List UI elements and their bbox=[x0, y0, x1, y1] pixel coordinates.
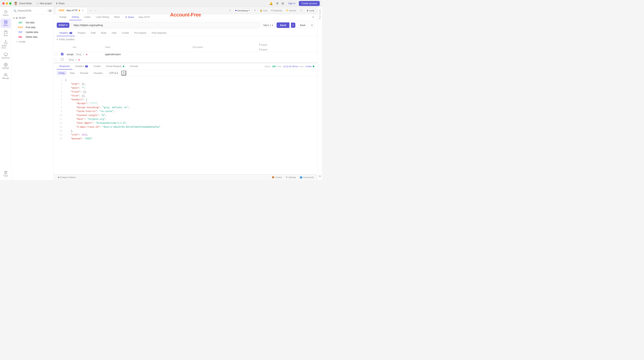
developing-label: Developing bbox=[237, 9, 248, 12]
minimize-button[interactable] bbox=[6, 2, 8, 4]
response-tab-console[interactable]: Console bbox=[127, 63, 141, 69]
copy-button[interactable]: ⧉ bbox=[121, 71, 126, 75]
cookie-bottom-button[interactable]: 🍪 Cookie bbox=[271, 175, 283, 179]
url-input[interactable] bbox=[71, 22, 260, 28]
tab-name-label: New HTTP bbox=[137, 14, 152, 20]
params-tab-post-response[interactable]: Post-response bbox=[149, 30, 169, 36]
params-tab-auth[interactable]: Auth bbox=[109, 30, 119, 36]
format-tab-pretty[interactable]: Pretty bbox=[57, 71, 66, 75]
response-tab-actual-request[interactable]: Actual Request bbox=[103, 63, 127, 69]
sub-tab-share[interactable]: ⬆ Share bbox=[122, 14, 137, 20]
drag-handle-2[interactable]: ⠿ bbox=[55, 58, 57, 61]
collapse-sidebar-button[interactable]: ◀ Collapse Sidebar bbox=[56, 175, 78, 179]
save-button[interactable]: Save bbox=[297, 22, 308, 28]
sidebar-item-history[interactable]: History bbox=[0, 8, 11, 18]
encoding-select[interactable]: UTF-8 ▾ bbox=[108, 71, 120, 75]
drag-handle-1[interactable]: ⠿ bbox=[55, 53, 57, 56]
params-tab-headers[interactable]: Headers 1 bbox=[57, 30, 75, 36]
community-bottom-button[interactable]: 👥 Community bbox=[298, 175, 315, 179]
api-item-del[interactable]: DEL Delete data bbox=[12, 35, 53, 39]
group-chevron-icon: ▾ bbox=[14, 17, 14, 19]
type-badge-2[interactable]: String bbox=[68, 58, 75, 61]
sub-tab-design[interactable]: Design bbox=[57, 14, 69, 20]
community-label: Community bbox=[303, 176, 314, 178]
add-tab-button[interactable]: + bbox=[89, 8, 92, 13]
import-button[interactable]: ⬇ Import bbox=[259, 43, 314, 46]
sidebar-item-trash[interactable]: Trash bbox=[0, 169, 11, 178]
grid-icon[interactable]: ⊞ bbox=[281, 1, 285, 6]
chevron-type-2[interactable]: ▾ bbox=[76, 59, 77, 61]
sidebar-item-tests[interactable]: Tests bbox=[0, 29, 11, 38]
method-select-button[interactable]: POST ▾ bbox=[57, 22, 70, 28]
export-button[interactable]: ⬆ Export bbox=[259, 48, 314, 51]
new-project-button[interactable]: ＋ New project bbox=[36, 1, 53, 5]
params-tab-path[interactable]: Path bbox=[88, 30, 98, 36]
filter-icon[interactable]: ⚙ bbox=[312, 16, 314, 18]
params-tab-pre-request[interactable]: Pre-request bbox=[132, 30, 149, 36]
tab-new-http[interactable]: POST New HTTP × bbox=[55, 7, 88, 14]
sidebar-item-schemas[interactable]: Schemas bbox=[0, 51, 11, 60]
save-dropdown-button[interactable]: ▾ bbox=[310, 22, 314, 28]
json-line-7: 7 "Accept": "*/*", bbox=[57, 102, 314, 105]
format-tabs: Pretty Raw Preview Visualize UTF-8 ▾ bbox=[54, 69, 318, 77]
share-button[interactable]: ⬆ Share bbox=[55, 2, 66, 5]
export-right-button[interactable]: ⬆ bbox=[253, 8, 257, 12]
section-toggle[interactable]: ▾ Public (header) bbox=[57, 37, 314, 41]
duplicate-button[interactable]: ⧉ Duplicate bbox=[270, 8, 283, 12]
tab-close-button[interactable]: × bbox=[81, 8, 84, 13]
api-item-put[interactable]: PUT Update data bbox=[12, 30, 53, 34]
type-badge-1[interactable]: String bbox=[75, 53, 82, 56]
sidebar-item-manage[interactable]: Manage bbox=[0, 71, 11, 81]
sidebar-item-share-docs[interactable]: Share Docs bbox=[0, 39, 11, 50]
api-item-post-label: Post data bbox=[26, 26, 36, 29]
sub-tab-load-testing[interactable]: Load Testing bbox=[93, 14, 112, 20]
params-tab-cookie[interactable]: Cookie bbox=[119, 30, 132, 36]
protocol-select[interactable]: http/1.1 ▾ bbox=[261, 22, 275, 28]
more-tabs-button[interactable]: ⋯ bbox=[93, 8, 98, 13]
api-item-post[interactable]: POST Post data bbox=[12, 25, 53, 30]
format-tab-visualize[interactable]: Visualize bbox=[92, 71, 105, 75]
sub-tab-cases[interactable]: Cases bbox=[82, 14, 93, 20]
response-tab-headers[interactable]: Headers 7 bbox=[72, 63, 91, 69]
api-list: ▾ ⊞ All API GET Get data POST Post data … bbox=[12, 15, 54, 180]
response-tab-cookie[interactable]: Cookie bbox=[91, 63, 103, 69]
params-tab-body[interactable]: Body bbox=[98, 30, 109, 36]
send-dropdown-button[interactable]: ▾ bbox=[291, 22, 295, 28]
api-group-header[interactable]: ▾ ⊞ All API bbox=[12, 16, 54, 20]
test-results-tab[interactable]: Test results bbox=[318, 7, 322, 21]
create-account-button[interactable]: Create account bbox=[299, 1, 320, 6]
lock-button[interactable]: 🔒 Lock bbox=[258, 8, 268, 12]
sidebar-item-settings[interactable]: Settings bbox=[0, 61, 11, 71]
all-filter-badge[interactable]: All bbox=[48, 9, 52, 12]
notification-icon[interactable]: 🔔 bbox=[268, 1, 274, 6]
local-badge[interactable]: 🖥 Local bbox=[304, 9, 316, 12]
titlebar-right: 🔔 ⚙ ⊞ Sign in Create account bbox=[268, 1, 320, 6]
response-tab-response[interactable]: Response bbox=[57, 63, 72, 69]
sidebar-item-apis[interactable]: APIs bbox=[0, 18, 11, 28]
api-item-get[interactable]: GET Get data bbox=[12, 20, 53, 25]
bell-icon[interactable]: ⚙ bbox=[275, 1, 279, 6]
table-icon[interactable]: ⊞ bbox=[318, 173, 322, 179]
chevron-type-1[interactable]: ▾ bbox=[83, 53, 84, 55]
maximize-button[interactable] bbox=[9, 2, 12, 4]
header-checkbox-2[interactable] bbox=[61, 58, 64, 61]
collapse-button[interactable]: ⬆ bbox=[299, 8, 303, 12]
sub-tab-debug[interactable]: Debug bbox=[69, 14, 81, 20]
settings-bottom-button[interactable]: ⚙ Settings bbox=[284, 175, 297, 179]
sign-in-button[interactable]: Sign in bbox=[286, 1, 297, 5]
collapse-label: Collapse Sidebar bbox=[60, 176, 76, 178]
format-tab-preview[interactable]: Preview bbox=[78, 71, 90, 75]
status-value: 200 bbox=[272, 65, 276, 68]
create-item[interactable]: + Create bbox=[12, 39, 54, 44]
archive-button[interactable]: 📁 Archive bbox=[285, 8, 298, 12]
method-post-badge: POST bbox=[17, 26, 24, 29]
search-input[interactable] bbox=[18, 9, 46, 12]
close-button[interactable] bbox=[2, 2, 4, 4]
params-tab-params[interactable]: Params bbox=[75, 30, 88, 36]
sub-tab-mock[interactable]: Mock bbox=[112, 14, 123, 20]
format-tab-raw[interactable]: Raw bbox=[68, 71, 76, 75]
export-tab-button[interactable]: ⬆ bbox=[228, 8, 232, 12]
send-button[interactable]: Send bbox=[276, 22, 290, 28]
developing-env-badge[interactable]: Developing ▾ bbox=[234, 8, 252, 12]
header-checkbox-1[interactable] bbox=[61, 53, 64, 55]
